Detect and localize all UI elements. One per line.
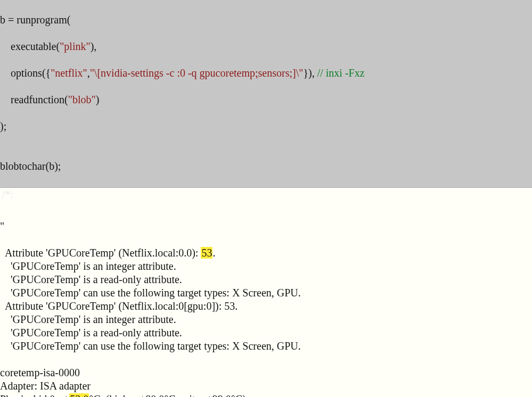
code-line-2: executable("plink"), bbox=[0, 40, 532, 53]
highlighted-value: 53 bbox=[201, 247, 212, 259]
output-line: 'GPUCoreTemp' is a read-only attribute. bbox=[0, 274, 182, 285]
code-block: b = runprogram( executable("plink"), opt… bbox=[0, 0, 532, 188]
output-text: Physical id 0: + bbox=[0, 393, 69, 397]
code-line-1: b = runprogram( bbox=[0, 13, 532, 27]
output-text: °C (high = +80.0°C, crit = +99.0°C) bbox=[89, 393, 246, 397]
code-text: }), bbox=[303, 67, 317, 79]
code-line-4: readfunction("blob") bbox=[0, 93, 532, 106]
string-literal: "netflix" bbox=[51, 67, 87, 79]
output-line: 'GPUCoreTemp' is an integer attribute. bbox=[0, 260, 176, 272]
string-literal: "plink" bbox=[60, 40, 90, 52]
output-line: 'GPUCoreTemp' is an integer attribute. bbox=[0, 313, 176, 325]
output-open-quote: " bbox=[0, 220, 4, 232]
output-text: Attribute 'GPUCoreTemp' (Netflix.local:0… bbox=[0, 247, 201, 259]
output-line: 'GPUCoreTemp' is a read-only attribute. bbox=[0, 327, 182, 338]
output-line: coretemp-isa-0000 bbox=[0, 367, 80, 378]
output-line: 'GPUCoreTemp' can use the following targ… bbox=[0, 287, 301, 299]
string-literal: sensors;]\" bbox=[258, 67, 304, 79]
output-line: Attribute 'GPUCoreTemp' (Netflix.local:0… bbox=[0, 247, 215, 259]
code-text: ), bbox=[91, 40, 97, 52]
code-line-5: ); bbox=[0, 120, 532, 133]
string-literal: "blob" bbox=[68, 94, 96, 105]
output-line: Attribute 'GPUCoreTemp' (Netflix.local:0… bbox=[0, 300, 238, 312]
faint-comment-line: /*: bbox=[0, 188, 532, 201]
code-text: ) bbox=[96, 94, 100, 105]
output-line: Adapter: ISA adapter bbox=[0, 380, 91, 392]
comment: // inxi -Fxz bbox=[317, 67, 365, 79]
output-line: Physical id 0: +53.0°C (high = +80.0°C, … bbox=[0, 393, 246, 397]
code-line-3: options({"netflix","\[nvidia-settings -c… bbox=[0, 67, 532, 80]
string-literal: "\[nvidia-settings -c :0 -q gpucoretemp bbox=[90, 67, 255, 79]
output-block: " Attribute 'GPUCoreTemp' (Netflix.local… bbox=[0, 201, 532, 397]
code-line-7: blobtochar(b); bbox=[0, 160, 532, 173]
output-text: . bbox=[212, 247, 215, 259]
code-text: readfunction( bbox=[0, 94, 68, 105]
highlighted-value: 53.0 bbox=[69, 393, 89, 397]
output-line: 'GPUCoreTemp' can use the following targ… bbox=[0, 340, 301, 352]
code-text: executable( bbox=[0, 40, 60, 52]
code-text: options({ bbox=[0, 67, 51, 79]
